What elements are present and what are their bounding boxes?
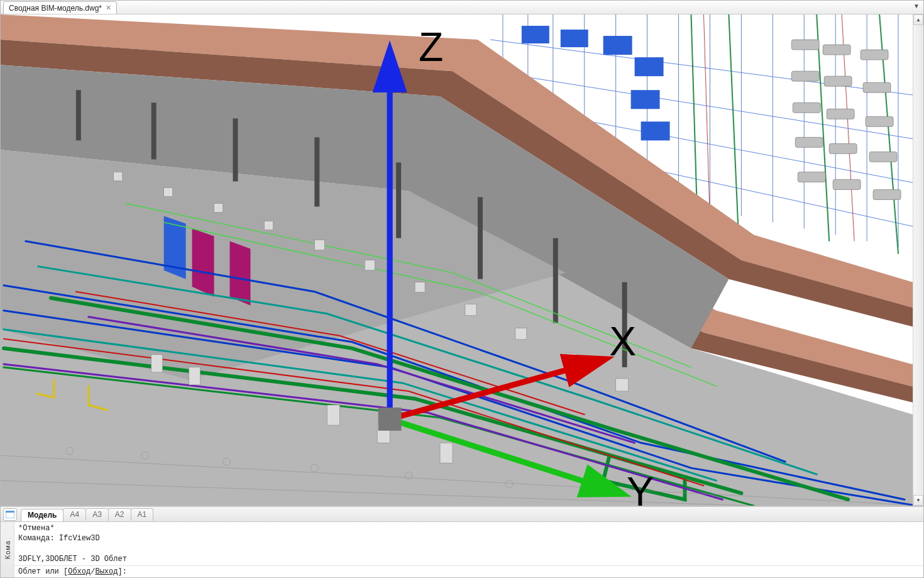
command-option-exit[interactable]: Выход [95,567,118,576]
layout-tab-a1[interactable]: A1 [131,508,154,521]
svg-rect-66 [264,221,273,230]
svg-rect-52 [76,90,81,140]
svg-rect-69 [415,282,425,292]
model-viewport[interactable]: Z X Y ▲ ▼ [1,14,923,506]
svg-rect-42 [635,57,664,76]
svg-rect-25 [823,45,850,55]
app-window: Сводная BIM-модель.dwg* ✕ ▼ [0,0,924,578]
svg-rect-64 [164,187,173,196]
svg-rect-54 [233,118,238,181]
svg-rect-57 [478,197,483,279]
scroll-down-icon[interactable]: ▼ [913,495,923,506]
svg-rect-30 [795,137,823,147]
svg-rect-90 [6,511,14,513]
svg-marker-62 [164,216,186,279]
svg-rect-78 [440,443,453,463]
svg-marker-61 [230,242,251,306]
svg-rect-65 [214,203,223,212]
layout-quick-view-icon[interactable] [3,508,17,521]
svg-rect-29 [827,109,854,119]
svg-rect-39 [522,26,549,43]
svg-rect-34 [861,50,888,60]
svg-rect-27 [824,76,852,86]
viewport-scrollbar-vertical[interactable]: ▲ ▼ [913,14,923,506]
svg-line-14 [490,40,923,96]
svg-rect-43 [631,90,660,109]
svg-rect-55 [314,137,319,206]
svg-rect-44 [641,121,670,140]
svg-line-19 [729,14,738,229]
svg-rect-33 [833,179,861,189]
svg-rect-40 [561,30,588,47]
svg-rect-28 [793,103,820,113]
command-log: *Отмена* Команда: IfcView3D 3DFLY,3DОБЛЕ… [14,522,923,566]
command-panel-gutter: Кома [1,522,14,577]
layout-tab-bar: Модель A4 A3 A2 A1 [1,506,923,521]
svg-line-18 [691,14,698,223]
layout-tab-a4[interactable]: A4 [63,508,86,521]
svg-rect-37 [869,152,897,162]
svg-rect-31 [829,143,857,153]
svg-rect-63 [114,172,123,181]
command-panel-gutter-label: Кома [4,540,11,559]
model-3d-render [1,14,923,506]
svg-rect-74 [151,355,163,372]
svg-rect-32 [798,172,825,182]
svg-rect-67 [314,240,324,250]
command-option-walk[interactable]: Обход [68,567,91,576]
svg-rect-56 [396,162,401,238]
document-tab-title: Сводная BIM-модель.dwg* [9,4,102,13]
svg-rect-35 [863,82,891,92]
svg-rect-76 [327,405,339,425]
svg-rect-26 [791,71,819,81]
svg-rect-70 [465,304,476,316]
svg-rect-41 [603,36,632,55]
svg-rect-75 [189,367,201,385]
close-tab-icon[interactable]: ✕ [106,4,111,12]
svg-rect-72 [566,353,577,365]
layout-tab-model[interactable]: Модель [21,509,63,521]
layout-tab-a3[interactable]: A3 [85,508,109,521]
svg-rect-71 [515,328,527,340]
svg-rect-58 [553,238,558,323]
svg-rect-36 [866,116,893,126]
svg-line-22 [703,14,710,223]
svg-rect-59 [622,282,627,367]
scroll-up-icon[interactable]: ▲ [913,14,923,25]
svg-marker-60 [192,229,214,297]
document-tab[interactable]: Сводная BIM-модель.dwg* ✕ [3,1,117,14]
svg-rect-73 [616,379,629,391]
svg-rect-68 [365,260,375,270]
command-prompt-prefix: Облет или [ [18,567,68,576]
document-tab-bar: Сводная BIM-модель.dwg* ✕ ▼ [1,1,923,14]
svg-rect-38 [873,189,901,199]
svg-rect-53 [151,103,157,159]
svg-rect-77 [377,423,390,443]
command-prompt[interactable]: Облет или [Обход/Выход]: [14,566,923,577]
svg-rect-24 [791,40,819,50]
layout-tab-a2[interactable]: A2 [108,508,131,521]
tab-overflow-dropdown-icon[interactable]: ▼ [913,3,920,9]
command-panel: Кома *Отмена* Команда: IfcView3D 3DFLY,3… [1,521,923,577]
